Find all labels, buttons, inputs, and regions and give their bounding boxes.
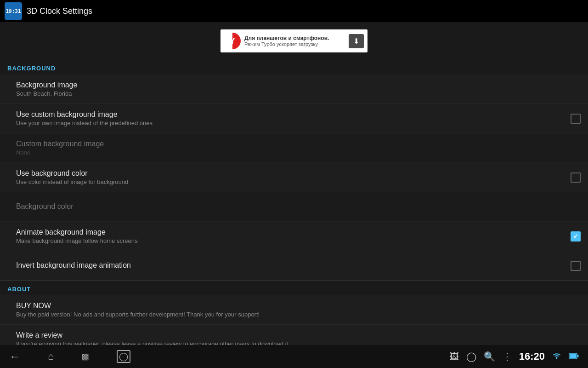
setting-text: Animate background image Make background… [16,228,571,244]
section-background-header: BACKGROUND [0,60,588,75]
setting-row-animate-background-image[interactable]: Animate background image Make background… [0,222,588,251]
svg-rect-1 [577,355,579,357]
status-clock: 16:20 [519,351,545,362]
setting-row-invert-background-image-animation[interactable]: Invert background image animation [0,251,588,281]
setting-subtitle: Buy the paid version! No ads and support… [16,311,581,318]
setting-title: Invert background image animation [16,261,571,270]
recent-apps-button[interactable]: ▩ [81,351,89,362]
gallery-icon[interactable]: 🖼 [450,351,459,362]
svg-rect-2 [570,354,577,358]
setting-row-custom-background-image: Custom background image None [0,133,588,163]
setting-text: Invert background image animation [16,261,571,270]
setting-row-use-custom-background-image[interactable]: Use custom background image Use your own… [0,104,588,133]
setting-subtitle: None [16,149,581,156]
download-icon: ⬇ [353,37,359,46]
section-about-header: ABOUT [0,281,588,295]
back-button[interactable]: ← [9,350,20,363]
setting-subtitle: If you're enjoying this wallpaper, pleas… [16,340,581,345]
setting-row-buy-now[interactable]: BUY NOW Buy the paid version! No ads and… [0,295,588,325]
checkbox-use-background-color[interactable] [571,172,581,183]
setting-row-write-a-review[interactable]: Write a review If you're enjoying this w… [0,325,588,345]
setting-row-background-color: Background color [0,192,588,222]
setting-title: Write a review [16,331,581,339]
nav-right-status: 🖼 ◯ 🔍 ⋮ 16:20 [450,351,579,362]
wifi-icon [552,352,561,362]
setting-text: Use background color Use color instead o… [16,169,571,185]
title-bar: 19:31 3D Clock Settings [0,0,588,22]
navigation-bar: ← ⌂ ▩ ◯ 🖼 ◯ 🔍 ⋮ 16:20 [0,345,588,368]
yandex-logo [224,33,241,49]
setting-title: BUY NOW [16,302,581,310]
battery-icon [569,352,579,362]
checkbox-animate-background-image[interactable] [571,231,581,242]
setting-text: Background color [16,202,581,212]
setting-title: Animate background image [16,228,571,236]
setting-text: Custom background image None [16,140,581,156]
nav-left-buttons: ← ⌂ ▩ ◯ [9,350,130,363]
globe-icon[interactable]: ◯ [466,351,476,362]
app-title: 3D Clock Settings [27,6,92,16]
setting-row-use-background-color[interactable]: Use background color Use color instead o… [0,163,588,192]
ad-text: Для планшетов и смартфонов. Режим Турбо … [244,35,345,47]
ad-container[interactable]: Для планшетов и смартфонов. Режим Турбо … [0,22,588,60]
checkbox-use-custom-background-image[interactable] [571,114,581,124]
setting-subtitle: Make background image follow home screen… [16,237,571,244]
ad-banner[interactable]: Для планшетов и смартфонов. Режим Турбо … [220,29,368,52]
setting-title: Use custom background image [16,110,571,119]
app-icon: 19:31 [5,2,22,20]
setting-row-background-image[interactable]: Background image South Beach, Florida [0,75,588,104]
setting-subtitle: Use color instead of image for backgroun… [16,178,571,185]
setting-title: Background color [16,202,581,211]
setting-subtitle: South Beach, Florida [16,90,581,97]
setting-text: Use custom background image Use your own… [16,110,571,126]
ad-subtitle: Режим Турбо ускоряет загрузку [244,41,345,47]
apps-icon[interactable]: ⋮ [503,351,512,362]
setting-title: Use background color [16,169,571,178]
search-icon[interactable]: 🔍 [484,351,495,362]
setting-subtitle: Use your own image instead of the predef… [16,120,571,126]
ad-download-button[interactable]: ⬇ [349,34,364,48]
setting-title: Background image [16,81,581,89]
setting-text: BUY NOW Buy the paid version! No ads and… [16,302,581,318]
home-button[interactable]: ⌂ [48,351,54,362]
screenshot-button[interactable]: ◯ [117,350,130,363]
ad-title: Для планшетов и смартфонов. [244,35,345,41]
settings-content: Для планшетов и смартфонов. Режим Турбо … [0,22,588,345]
checkbox-invert-background-image-animation[interactable] [571,261,581,271]
setting-text: Background image South Beach, Florida [16,81,581,97]
setting-text: Write a review If you're enjoying this w… [16,331,581,345]
setting-title: Custom background image [16,140,581,148]
